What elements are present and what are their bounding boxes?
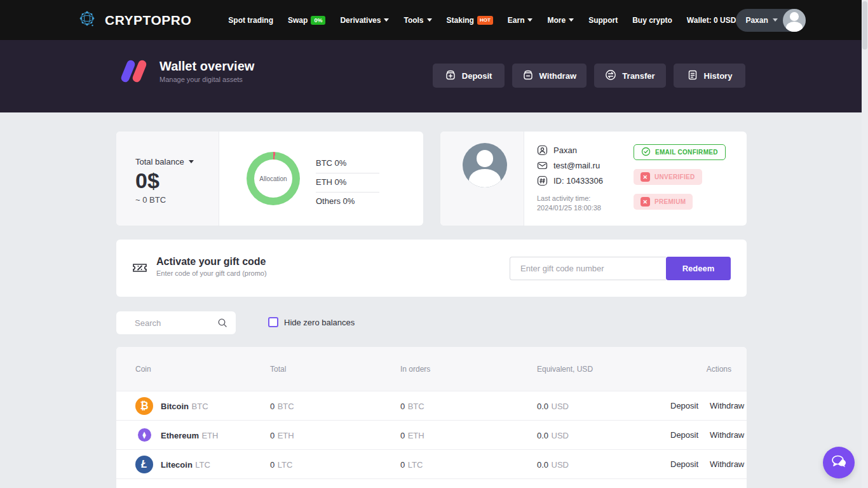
nav-spot-trading[interactable]: Spot trading — [228, 16, 273, 25]
id-hash-icon — [537, 175, 548, 186]
page-scrollbar[interactable] — [862, 0, 868, 488]
col-actions: Actions — [670, 365, 731, 374]
gift-ticket-icon — [132, 259, 148, 278]
unverified-badge: ✕ UNVERIFIED — [634, 169, 702, 185]
table-row-bitcoin[interactable]: ₿ Bitcoin BTC 0 BTC 0 BTC 0.0 USD Deposi… — [116, 391, 747, 420]
nav-tools[interactable]: Tools — [403, 16, 431, 25]
x-icon: ✕ — [641, 172, 650, 182]
coins-table: Coin Total In orders Equivalent, USD Act… — [116, 347, 747, 488]
chat-support-button[interactable] — [823, 447, 855, 478]
total-balance-selector[interactable]: Total balance — [135, 157, 219, 166]
litecoin-icon: Ł — [135, 456, 153, 473]
table-header: Coin Total In orders Equivalent, USD Act… — [116, 347, 747, 391]
nav-more[interactable]: More — [547, 16, 574, 25]
transfer-arrows-icon — [605, 69, 616, 83]
col-in-orders: In orders — [400, 365, 537, 374]
gift-subtitle: Enter code of your gift card (promo) — [156, 269, 267, 277]
bitcoin-icon: ₿ — [135, 397, 153, 415]
coin-ticker: BTC — [192, 402, 208, 411]
row-deposit-link[interactable]: Deposit — [670, 459, 698, 469]
coin-ticker: LTC — [195, 460, 210, 470]
swap-zero-fee-badge: 0% — [311, 16, 325, 25]
legend-item-others: Others 0% — [316, 193, 379, 211]
nav-derivatives[interactable]: Derivatives — [340, 16, 389, 25]
nav-support[interactable]: Support — [588, 16, 618, 25]
profile-badges: EMAIL CONFIRMED ✕ UNVERIFIED ✕ PREMIUM — [634, 144, 726, 210]
profile-email-row: test@mail.ru — [537, 158, 603, 173]
row-withdraw-link[interactable]: Withdraw — [710, 401, 744, 410]
user-name: Paxan — [745, 16, 768, 25]
chevron-down-icon — [189, 160, 194, 163]
row-deposit-link[interactable]: Deposit — [670, 430, 698, 440]
last-activity: Last activity time: 2024/01/25 18:00:38 — [537, 194, 603, 213]
allocation-center-label: Allocation — [259, 175, 287, 182]
profile-avatar-panel — [440, 132, 524, 226]
allocation-donut-chart: Allocation — [247, 152, 300, 205]
badge-check-icon — [641, 147, 651, 158]
coin-name: Bitcoin — [161, 402, 189, 411]
table-row-ethereum[interactable]: ⧫ Ethereum ETH 0 ETH 0 ETH 0.0 USD Depos… — [116, 420, 747, 449]
gift-title: Activate your gift code — [156, 256, 267, 268]
chevron-down-icon — [773, 18, 778, 22]
nav-wallet-balance[interactable]: Wallet: 0 USD — [687, 16, 736, 25]
email-confirmed-badge: EMAIL CONFIRMED — [634, 144, 726, 160]
gift-code-input[interactable] — [510, 257, 666, 280]
coin-name: Litecoin — [161, 460, 193, 470]
wallet-plus-icon — [445, 69, 456, 83]
hot-badge: HOT — [477, 16, 493, 25]
coin-name: Ethereum — [161, 431, 199, 440]
withdraw-button[interactable]: Withdraw — [512, 64, 587, 88]
nav-staking[interactable]: StakingHOT — [447, 16, 493, 25]
coin-ticker: ETH — [201, 431, 218, 440]
wallet-slashes-icon — [123, 58, 148, 84]
cryptopro-globe-icon — [78, 10, 96, 30]
legend-item-eth: ETH 0% — [316, 173, 379, 193]
redeem-button[interactable]: Redeem — [666, 257, 731, 280]
history-button[interactable]: History — [674, 64, 745, 88]
btc-equivalent: ~ 0 BTC — [135, 195, 219, 205]
profile-email: test@mail.ru — [553, 161, 600, 170]
profile-card: Paxan test@mail.ru ID: 1 — [440, 132, 747, 226]
user-menu[interactable]: Paxan — [736, 9, 805, 32]
brand-logo[interactable]: CRYPTOPRO — [78, 10, 191, 30]
history-doc-icon — [687, 69, 698, 83]
chevron-down-icon — [569, 18, 574, 22]
row-withdraw-link[interactable]: Withdraw — [710, 430, 744, 440]
checkbox[interactable] — [268, 317, 278, 327]
legend-item-btc: BTC 0% — [316, 154, 379, 173]
coin-search — [116, 311, 236, 334]
transfer-button[interactable]: Transfer — [594, 64, 666, 88]
balance-card: Total balance 0$ ~ 0 BTC Allocation BTC … — [116, 132, 423, 226]
allocation-legend: BTC 0% ETH 0% Others 0% — [316, 154, 379, 211]
col-coin: Coin — [135, 365, 270, 374]
page-subtitle: Manage your digital assets — [159, 76, 254, 83]
table-row-litecoin[interactable]: Ł Litecoin LTC 0 LTC 0 LTC 0.0 USD Depos… — [116, 449, 747, 478]
email-icon — [537, 160, 548, 171]
deposit-button[interactable]: Deposit — [433, 64, 505, 88]
avatar — [783, 9, 806, 32]
main-content: Total balance 0$ ~ 0 BTC Allocation BTC … — [116, 112, 747, 488]
main-nav: Spot trading Swap0% Derivatives Tools St… — [228, 16, 736, 25]
search-icon — [217, 318, 227, 330]
balance-panel: Total balance 0$ ~ 0 BTC — [116, 132, 219, 226]
row-deposit-link[interactable]: Deposit — [670, 401, 698, 410]
col-equivalent: Equivalent, USD — [537, 365, 670, 374]
chevron-down-icon — [427, 18, 432, 22]
nav-buy-crypto[interactable]: Buy crypto — [632, 16, 672, 25]
brand-name: CRYPTOPRO — [105, 13, 191, 28]
person-icon — [537, 145, 548, 156]
nav-swap[interactable]: Swap0% — [288, 16, 325, 25]
chat-bubbles-icon — [831, 454, 847, 471]
scrollbar-thumb[interactable] — [862, 1, 867, 50]
row-withdraw-link[interactable]: Withdraw — [710, 459, 744, 469]
table-row-partial — [116, 478, 747, 488]
top-navbar: CRYPTOPRO Spot trading Swap0% Derivative… — [0, 0, 868, 40]
checkbox-label: Hide zero balances — [284, 318, 355, 327]
nav-earn[interactable]: Earn — [508, 16, 533, 25]
x-icon: ✕ — [641, 197, 650, 207]
profile-username-row: Paxan — [537, 142, 603, 158]
chevron-down-icon — [527, 18, 532, 22]
hide-zero-balances-toggle[interactable]: Hide zero balances — [268, 317, 355, 327]
gift-code-card: Activate your gift code Enter code of yo… — [116, 240, 747, 297]
chevron-down-icon — [384, 18, 389, 22]
